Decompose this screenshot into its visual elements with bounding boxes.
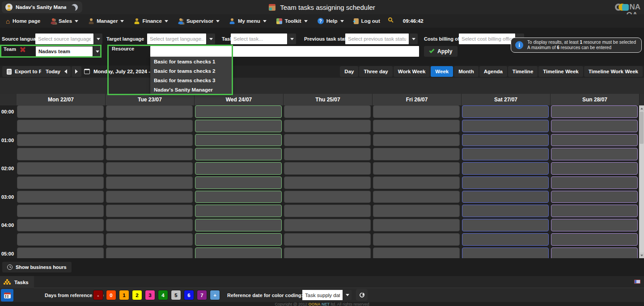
dark-mode-toggle[interactable] [66, 1, 82, 13]
calendar-cell[interactable] [195, 247, 282, 259]
calendar-cell[interactable] [106, 148, 193, 160]
calendar-cell[interactable] [106, 219, 193, 231]
calendar-cell[interactable] [195, 233, 282, 246]
calendar-cell[interactable] [551, 105, 638, 118]
scroll-up-icon[interactable] [639, 105, 644, 111]
next-button[interactable] [72, 66, 81, 77]
day-offset-minus[interactable]: - [93, 290, 103, 300]
calendar-cell[interactable] [462, 134, 549, 147]
menu-my-menu[interactable]: My menu [225, 16, 271, 26]
calendar-cell[interactable] [373, 219, 460, 231]
menu-log-out[interactable]: Log out [350, 16, 384, 26]
team-dropdown-button[interactable] [93, 46, 102, 56]
day-offset-plus[interactable]: + [210, 290, 220, 300]
menu-sales[interactable]: Sales [46, 16, 82, 26]
resource-option[interactable]: Basic for teams checks 2 [150, 66, 233, 75]
calendar-cell[interactable] [551, 191, 638, 203]
calendar-cell[interactable] [373, 233, 460, 246]
calendar-cell[interactable] [373, 247, 460, 259]
calendar-cell[interactable] [373, 191, 460, 203]
prev-button[interactable] [61, 66, 71, 77]
calendar-cell[interactable] [17, 176, 104, 189]
apply-button[interactable]: Apply [424, 46, 458, 57]
view-timeline-work-week[interactable]: Timeline Work Week [584, 66, 643, 77]
calendar-cell[interactable] [551, 148, 638, 160]
costs-billing-office-input[interactable] [459, 34, 515, 44]
calendar-cell[interactable] [462, 162, 549, 175]
calendar-cell[interactable] [373, 176, 460, 189]
calendar-cell[interactable] [284, 148, 371, 160]
calendar-cell[interactable] [462, 120, 549, 132]
calendar-cell[interactable] [17, 162, 104, 175]
day-offset-5[interactable]: 5 [171, 290, 181, 300]
calendar-cell[interactable] [195, 219, 282, 231]
resource-input[interactable] [150, 46, 419, 57]
calendar-cell[interactable] [373, 105, 460, 118]
view-week[interactable]: Week [431, 66, 453, 77]
scrollbar-thumb[interactable] [640, 112, 644, 144]
calendar-cell[interactable] [106, 247, 193, 259]
calendar-cell[interactable] [195, 176, 282, 189]
target-language-dropdown-button[interactable] [207, 34, 215, 44]
color-coding-calendar-button[interactable] [1, 289, 13, 302]
calendar-cell[interactable] [17, 148, 104, 160]
calendar-cell[interactable] [17, 120, 104, 132]
calendar-cell[interactable] [551, 162, 638, 175]
calendar-cell[interactable] [106, 176, 193, 189]
calendar-cell[interactable] [17, 105, 104, 118]
calendar-cell[interactable] [106, 134, 193, 147]
calendar-cell[interactable] [551, 134, 638, 147]
reference-date-select[interactable] [302, 290, 343, 300]
view-work-week[interactable]: Work Week [394, 66, 430, 77]
calendar-cell[interactable] [551, 120, 638, 132]
calendar-cell[interactable] [106, 162, 193, 175]
calendar-cell[interactable] [17, 233, 104, 246]
resource-option[interactable]: Basic for teams checks 1 [150, 57, 233, 66]
calendar-cell[interactable] [284, 105, 371, 118]
dock-panel-button[interactable] [634, 279, 641, 284]
calendar-cell[interactable] [284, 247, 371, 259]
calendar-cell[interactable] [462, 191, 549, 203]
show-business-hours-button[interactable]: Show business hours [2, 262, 72, 272]
calendar-cell[interactable] [284, 191, 371, 203]
calendar-cell[interactable] [462, 247, 549, 259]
calendar-cell[interactable] [17, 134, 104, 147]
team-select[interactable] [36, 46, 93, 56]
view-timeline[interactable]: Timeline [508, 66, 538, 77]
calendar-cell[interactable] [195, 134, 282, 147]
scroll-down-icon[interactable] [639, 252, 644, 258]
resource-option[interactable]: Basic for teams checks 3 [150, 75, 233, 85]
calendar-cell[interactable] [373, 120, 460, 132]
reference-date-dropdown-button[interactable] [343, 290, 352, 300]
calendar-cell[interactable] [195, 105, 282, 118]
view-month[interactable]: Month [454, 66, 478, 77]
tasks-button[interactable]: Tasks [0, 276, 34, 288]
calendar-cell[interactable] [462, 205, 549, 217]
calendar-cell[interactable] [462, 105, 549, 118]
menu-home-page[interactable]: ⌂ Home page [2, 16, 44, 26]
calendar-cell[interactable] [106, 233, 193, 246]
calendar-cell[interactable] [284, 205, 371, 217]
view-three-day[interactable]: Three day [359, 66, 392, 77]
source-language-input[interactable] [35, 34, 93, 44]
task-input[interactable] [231, 34, 287, 44]
calendar-cell[interactable] [373, 205, 460, 217]
calendar-cell[interactable] [551, 176, 638, 189]
day-offset-4[interactable]: 4 [158, 290, 168, 300]
day-offset-2[interactable]: 2 [132, 290, 142, 300]
calendar-cell[interactable] [284, 219, 371, 231]
calendar-cell[interactable] [551, 219, 638, 231]
calendar-cell[interactable] [551, 247, 638, 259]
refresh-button[interactable] [356, 289, 368, 301]
calendar-cell[interactable] [195, 148, 282, 160]
calendar-cell[interactable] [462, 148, 549, 160]
clear-team-icon[interactable] [20, 46, 26, 52]
calendar-cell[interactable] [106, 191, 193, 203]
menu-finance[interactable]: Finance [130, 16, 172, 26]
previous-task-status-dropdown-button[interactable] [409, 34, 418, 44]
search-button[interactable] [386, 16, 397, 26]
view-agenda[interactable]: Agenda [479, 66, 507, 77]
calendar-cell[interactable] [106, 120, 193, 132]
menu-supervisor[interactable]: Supervisor [174, 16, 224, 26]
day-offset-0[interactable]: 0 [106, 290, 116, 300]
